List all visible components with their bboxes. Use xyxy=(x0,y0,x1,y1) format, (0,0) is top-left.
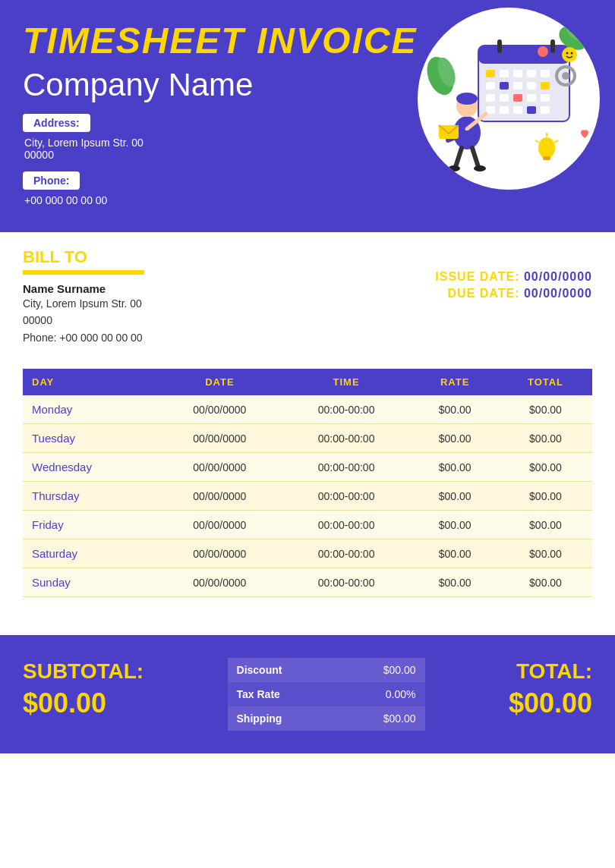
cell-total: $00.00 xyxy=(499,395,592,424)
issue-date-label: Issue Date: xyxy=(435,270,519,283)
middle-deductions-table: Discount $00.00 Tax Rate 0.00% Shipping … xyxy=(228,658,425,731)
cell-rate: $00.00 xyxy=(411,539,499,568)
svg-point-40 xyxy=(538,137,555,159)
svg-point-46 xyxy=(566,52,569,55)
cell-total: $00.00 xyxy=(499,453,592,482)
total-value: $00.00 xyxy=(509,686,592,722)
svg-point-32 xyxy=(474,165,486,171)
tax-label: Tax Rate xyxy=(228,682,338,706)
issue-date-line: Issue Date: 00/00/0000 xyxy=(435,270,592,284)
cell-time: 00:00-00:00 xyxy=(282,395,412,424)
bill-to-title: Bill To xyxy=(23,247,144,267)
table-row: Tuesday 00/00/0000 00:00-00:00 $00.00 $0… xyxy=(23,424,592,453)
cell-total: $00.00 xyxy=(499,568,592,597)
cell-time: 00:00-00:00 xyxy=(282,539,412,568)
cell-day: Friday xyxy=(23,511,158,539)
header-section: Timesheet Invoice Company Name Address: … xyxy=(0,0,615,232)
svg-rect-18 xyxy=(541,94,550,102)
svg-line-29 xyxy=(456,148,462,167)
due-date-line: Due Date: 00/00/0000 xyxy=(435,287,592,300)
cell-date: 00/00/0000 xyxy=(158,482,282,511)
cell-time: 00:00-00:00 xyxy=(282,482,412,511)
svg-rect-3 xyxy=(550,39,555,53)
discount-value: $00.00 xyxy=(337,658,424,682)
table-row: Monday 00/00/0000 00:00-00:00 $00.00 $00… xyxy=(23,395,592,424)
cell-day: Saturday xyxy=(23,539,158,568)
cell-total: $00.00 xyxy=(499,539,592,568)
table-section: Day Date Time Rate Total Monday 00/00/00… xyxy=(0,361,615,612)
cell-time: 00:00-00:00 xyxy=(282,511,412,539)
table-header-row: Day Date Time Rate Total xyxy=(23,369,592,395)
bill-left: Bill To Name Surname City, Lorem Ipsum S… xyxy=(23,247,144,346)
cell-time: 00:00-00:00 xyxy=(282,453,412,482)
total-label: Total: xyxy=(509,658,592,685)
cell-rate: $00.00 xyxy=(411,482,499,511)
cell-rate: $00.00 xyxy=(411,568,499,597)
cell-rate: $00.00 xyxy=(411,424,499,453)
col-date: Date xyxy=(158,369,282,395)
svg-line-43 xyxy=(535,140,539,143)
col-total: Total xyxy=(499,369,592,395)
svg-rect-10 xyxy=(500,82,509,90)
cell-total: $00.00 xyxy=(499,482,592,511)
timesheet-table: Day Date Time Rate Total Monday 00/00/00… xyxy=(23,369,592,597)
table-row: Saturday 00/00/0000 00:00-00:00 $00.00 $… xyxy=(23,539,592,568)
bill-section: Bill To Name Surname City, Lorem Ipsum S… xyxy=(0,232,615,361)
issue-date-value: 00/00/0000 xyxy=(524,270,592,283)
svg-rect-16 xyxy=(513,94,522,102)
cell-date: 00/00/0000 xyxy=(158,424,282,453)
shipping-value: $00.00 xyxy=(337,706,424,731)
cell-date: 00/00/0000 xyxy=(158,395,282,424)
cell-total: $00.00 xyxy=(499,511,592,539)
total-section: Total: $00.00 xyxy=(509,658,592,721)
col-time: Time xyxy=(282,369,412,395)
bill-address: City, Lorem Ipsum Str. 0000000Phone: +00… xyxy=(23,295,144,346)
svg-point-31 xyxy=(448,165,460,171)
svg-rect-20 xyxy=(500,106,509,114)
svg-rect-22 xyxy=(527,106,536,114)
table-row: Friday 00/00/0000 00:00-00:00 $00.00 $00… xyxy=(23,511,592,539)
cell-day: Tuesday xyxy=(23,424,158,453)
table-row: Wednesday 00/00/0000 00:00-00:00 $00.00 … xyxy=(23,453,592,482)
cell-day: Wednesday xyxy=(23,453,158,482)
cell-rate: $00.00 xyxy=(411,395,499,424)
cell-total: $00.00 xyxy=(499,424,592,453)
svg-rect-14 xyxy=(486,94,495,102)
svg-rect-7 xyxy=(527,70,536,77)
bill-right: Issue Date: 00/00/0000 Due Date: 00/00/0… xyxy=(435,247,592,303)
col-day: Day xyxy=(23,369,158,395)
cell-time: 00:00-00:00 xyxy=(282,424,412,453)
svg-rect-2 xyxy=(497,39,502,53)
svg-rect-1 xyxy=(478,46,569,64)
subtotal-section: Subtotal: $00.00 xyxy=(23,658,144,721)
table-row: Sunday 00/00/0000 00:00-00:00 $00.00 $00… xyxy=(23,568,592,597)
cell-date: 00/00/0000 xyxy=(158,568,282,597)
svg-rect-21 xyxy=(513,106,522,114)
cell-day: Thursday xyxy=(23,482,158,511)
cell-rate: $00.00 xyxy=(411,453,499,482)
svg-point-45 xyxy=(562,47,577,62)
due-date-label: Due Date: xyxy=(448,287,520,300)
svg-rect-5 xyxy=(500,70,509,77)
bill-divider xyxy=(23,270,144,275)
cell-time: 00:00-00:00 xyxy=(282,568,412,597)
svg-point-48 xyxy=(538,46,548,57)
svg-rect-13 xyxy=(541,82,550,90)
address-label: Address: xyxy=(23,114,90,132)
footer-section: Subtotal: $00.00 Discount $00.00 Tax Rat… xyxy=(0,635,615,753)
cell-date: 00/00/0000 xyxy=(158,539,282,568)
shipping-label: Shipping xyxy=(228,706,338,731)
svg-rect-12 xyxy=(527,82,536,90)
due-date-value: 00/00/0000 xyxy=(524,287,592,300)
shipping-row: Shipping $00.00 xyxy=(228,706,425,731)
subtotal-label: Subtotal: xyxy=(23,658,144,685)
cell-rate: $00.00 xyxy=(411,511,499,539)
phone-label: Phone: xyxy=(23,171,80,190)
svg-rect-23 xyxy=(541,106,550,114)
svg-line-30 xyxy=(472,148,478,167)
svg-point-26 xyxy=(456,93,478,105)
col-rate: Rate xyxy=(411,369,499,395)
bill-name: Name Surname xyxy=(23,282,144,295)
svg-rect-6 xyxy=(513,70,522,77)
svg-rect-8 xyxy=(541,70,550,77)
